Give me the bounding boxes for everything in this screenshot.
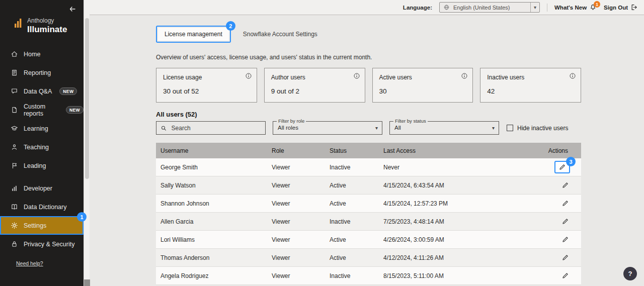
filter-row: Filter by role All roles ▾ Filter by sta… (156, 121, 581, 135)
header-status: Status (330, 147, 383, 154)
cell-status: Inactive (330, 218, 383, 225)
info-icon[interactable] (245, 72, 252, 79)
edit-user-button[interactable] (560, 199, 570, 208)
sidebar-item-reporting[interactable]: Reporting (0, 63, 84, 82)
cell-role: Viewer (272, 272, 330, 279)
sidebar-item-data-qa[interactable]: Data Q&A NEW (0, 82, 84, 101)
pencil-icon (561, 200, 569, 207)
edit-user-button[interactable] (560, 271, 570, 280)
annotation-outline-3: 3 (554, 161, 570, 173)
whats-new-button[interactable]: What's New 1 (554, 4, 597, 11)
cell-role: Viewer (272, 200, 330, 207)
stat-title: Author users (271, 74, 358, 81)
stat-title: License usage (163, 74, 250, 81)
info-icon[interactable] (461, 72, 468, 79)
anthology-logo-icon (14, 17, 23, 29)
need-help-link[interactable]: Need help? (16, 260, 43, 266)
sidebar-item-developer[interactable]: Developer (0, 179, 84, 198)
sign-out-button[interactable]: Sign Out (604, 4, 638, 11)
cell-username: Thomas Anderson (156, 254, 272, 261)
info-icon[interactable] (569, 72, 576, 79)
sidebar-item-leading[interactable]: Leading (0, 156, 84, 175)
users-table: Username Role Status Last Access Actions… (156, 143, 581, 285)
pencil-icon (558, 163, 566, 171)
edit-user-button[interactable] (560, 180, 570, 190)
cell-username: Allen Garcia (156, 218, 272, 225)
sidebar-item-settings[interactable]: Settings 1 (0, 216, 84, 235)
edit-user-button[interactable] (560, 217, 570, 226)
cell-status: Active (330, 182, 383, 189)
scrollbar-end (84, 279, 90, 286)
hide-inactive-checkbox[interactable] (507, 125, 513, 131)
sidebar-item-label: Custom reports (24, 103, 58, 117)
search-input[interactable] (171, 124, 261, 132)
stat-value: 30 out of 52 (163, 87, 250, 95)
new-badge: NEW (66, 106, 84, 114)
tab-snowflake-account-settings[interactable]: Snowflake Account Settings (242, 28, 318, 41)
table-row: Sally Watson Viewer Active 4/15/2024, 6:… (156, 176, 581, 195)
sidebar-item-teaching[interactable]: Teaching (0, 138, 84, 156)
table-row: Lori Williams Viewer Active 4/26/2024, 3… (156, 231, 581, 249)
sign-out-icon (630, 4, 638, 11)
cell-username: George Smith (156, 164, 272, 171)
cell-last-access: 4/12/2024, 4:11:26 AM (383, 254, 536, 261)
pencil-icon (561, 236, 569, 243)
info-icon[interactable] (353, 72, 360, 79)
stat-value: 30 (379, 87, 466, 95)
stat-card-inactive-users: Inactive users 42 (480, 68, 581, 103)
sidebar-item-home[interactable]: Home (0, 45, 84, 63)
edit-user-button[interactable] (560, 253, 570, 262)
stat-card-active-users: Active users 30 (372, 68, 473, 103)
app-window: Anthology Illuminate Home Reporting Data… (0, 0, 644, 286)
learning-icon (11, 125, 18, 132)
cell-role: Viewer (272, 218, 330, 225)
header-role: Role (272, 147, 330, 154)
pencil-icon (561, 218, 569, 225)
annotation-badge-1: 1 (77, 212, 87, 222)
cell-last-access: 4/15/2024, 6:43:54 AM (383, 182, 536, 189)
sidebar-item-custom-reports[interactable]: Custom reports NEW (0, 101, 84, 119)
pencil-icon (561, 272, 569, 279)
cell-username: Shannon Johnson (156, 200, 272, 207)
page-scrollbar[interactable] (84, 0, 90, 286)
cell-username: Lori Williams (156, 236, 272, 243)
sidebar-item-data-dictionary[interactable]: Data Dictionary (0, 198, 84, 216)
cell-last-access: 4/15/2024, 12:57:23 PM (383, 200, 536, 207)
sidebar-item-label: Settings (24, 222, 46, 229)
annotation-badge-3: 3 (566, 157, 576, 166)
filter-by-status-label: Filter by status (393, 118, 428, 124)
pencil-icon (561, 254, 569, 261)
edit-user-button[interactable] (560, 235, 570, 244)
tab-license-management[interactable]: License management (158, 28, 229, 41)
sidebar-item-label: Data Dictionary (24, 204, 66, 211)
notification-count-badge: 1 (594, 1, 600, 8)
reporting-icon (11, 69, 18, 76)
table-row: George Smith Viewer Inactive Never 3 (156, 158, 581, 176)
filter-by-role-select[interactable]: Filter by role All roles ▾ (273, 121, 382, 135)
cell-last-access: 4/26/2024, 3:00:59 AM (383, 236, 536, 243)
scrollbar-thumb[interactable] (85, 18, 89, 179)
settings-tabs: License management 2 Snowflake Account S… (156, 26, 581, 43)
filter-by-status-select[interactable]: Filter by status All ▾ (389, 121, 499, 135)
help-button[interactable]: ? (623, 267, 637, 280)
sidebar-item-learning[interactable]: Learning (0, 119, 84, 138)
back-arrow-icon[interactable] (67, 4, 77, 14)
edit-user-button[interactable] (557, 162, 567, 172)
brand-name-bottom: Illuminate (27, 25, 67, 35)
stat-value: 42 (487, 87, 574, 95)
sidebar-item-privacy-security[interactable]: Privacy & Security (0, 235, 84, 253)
table-row: Angela Rodriguez Viewer Inactive 8/15/20… (156, 267, 581, 285)
stat-title: Active users (379, 74, 466, 81)
filter-by-role-label: Filter by role (277, 118, 306, 124)
sidebar-menu: Home Reporting Data Q&A NEW Custom repor… (0, 45, 84, 253)
cell-status: Inactive (330, 272, 383, 279)
teaching-icon (11, 143, 18, 151)
search-box[interactable] (156, 121, 266, 135)
cell-username: Angela Rodriguez (156, 272, 272, 279)
hide-inactive-users-toggle[interactable]: Hide inactive users (507, 125, 568, 132)
cell-last-access: 8/15/2023, 5:11:00 AM (383, 272, 536, 279)
header-username: Username (156, 147, 272, 154)
language-value: English (United States) (453, 5, 527, 11)
language-dropdown[interactable]: English (United States) ▾ (439, 2, 540, 13)
brand-name-top: Anthology (27, 17, 67, 24)
